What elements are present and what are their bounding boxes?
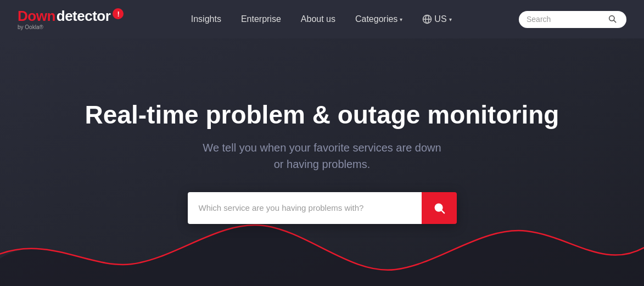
logo-by: by Ookla® [18, 25, 124, 30]
svg-line-6 [441, 210, 444, 213]
nav-insights[interactable]: Insights [191, 14, 221, 24]
nav-region[interactable]: US ▾ [422, 14, 451, 24]
header-search-icon[interactable] [608, 14, 617, 25]
nav-enterprise[interactable]: Enterprise [241, 14, 281, 24]
region-label: US [434, 14, 446, 24]
search-icon [433, 202, 445, 214]
region-chevron-icon: ▾ [449, 16, 452, 23]
hero-section: Real-time problem & outage monitoring We… [0, 38, 644, 286]
logo-detector: detector [57, 9, 111, 23]
header: Downdetector! by Ookla® Insights Enterpr… [0, 0, 644, 38]
service-search-button[interactable] [422, 192, 457, 224]
hero-title: Real-time problem & outage monitoring [85, 100, 559, 130]
nav-about-us[interactable]: About us [301, 14, 335, 24]
hero-subtitle-line2: or having problems. [274, 158, 371, 170]
logo-down: Down [18, 9, 55, 23]
nav-categories[interactable]: Categories ▾ [355, 14, 402, 24]
service-search-bar [188, 192, 457, 224]
chevron-down-icon: ▾ [400, 16, 402, 23]
logo[interactable]: Downdetector! by Ookla® [18, 8, 124, 30]
header-search-input[interactable] [527, 15, 603, 24]
logo-badge: ! [113, 8, 124, 19]
nav-categories-label: Categories [355, 14, 397, 24]
hero-subtitle-line1: We tell you when your favorite services … [203, 142, 441, 154]
main-nav: Insights Enterprise About us Categories … [191, 14, 452, 24]
svg-line-4 [614, 20, 616, 23]
header-search-box[interactable] [519, 11, 626, 28]
hero-subtitle: We tell you when your favorite services … [203, 139, 441, 172]
globe-icon [422, 14, 432, 24]
service-search-input[interactable] [188, 192, 422, 224]
